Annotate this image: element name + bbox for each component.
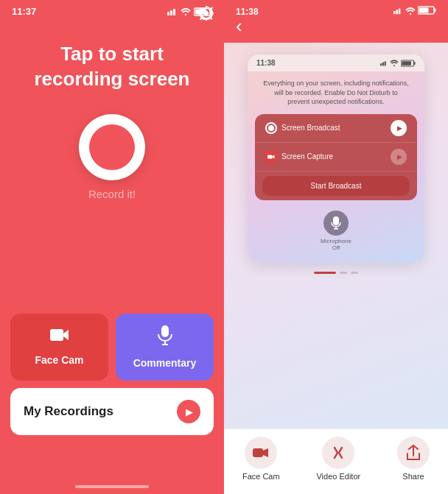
mic-circle[interactable] (323, 211, 349, 236)
right-content-wrap: 11:38 ‹ 11:38 (224, 0, 448, 494)
svg-rect-20 (385, 61, 386, 66)
ios-status-icons (380, 59, 416, 67)
svg-rect-0 (167, 12, 169, 15)
ios-mic-section: Microphone Off (321, 211, 351, 258)
left-screen: 11:37 Tap to start recording screen Reco… (0, 0, 224, 494)
svg-rect-13 (399, 9, 401, 15)
record-button-inner (89, 124, 135, 170)
feature-row: Face Cam Commentary (10, 314, 214, 381)
status-icons-right (393, 6, 436, 17)
dot-inactive-2 (351, 272, 358, 274)
screen-broadcast-row[interactable]: Screen Broadcast ▶ (255, 114, 417, 143)
play-button[interactable]: ▶ (177, 400, 200, 423)
cam-icon (265, 151, 277, 163)
ios-mockup-body: Everything on your screen, including not… (248, 71, 424, 263)
ios-sheet-panel: Screen Broadcast ▶ Screen Capture (255, 114, 417, 200)
record-dot-inner (268, 125, 274, 131)
svg-rect-1 (170, 10, 172, 15)
nav-share[interactable]: Share (397, 437, 430, 481)
commentary-button[interactable]: Commentary (116, 314, 214, 381)
start-broadcast-button[interactable]: Start Broadcast (262, 176, 410, 196)
gear-button[interactable] (199, 6, 214, 24)
dot-active (314, 272, 336, 274)
status-bar-right: 11:38 (224, 0, 448, 20)
hero-text: Tap to start recording screen (0, 42, 224, 92)
record-button[interactable] (79, 114, 145, 180)
ios-sheet-mockup: 11:38 Everything on your screen, includi… (248, 54, 424, 263)
status-bar-left: 11:37 (0, 0, 224, 20)
svg-rect-7 (50, 329, 63, 341)
time-left: 11:37 (12, 6, 36, 17)
svg-rect-25 (267, 155, 273, 158)
svg-point-14 (409, 13, 410, 15)
ios-sheet-message: Everything on your screen, including not… (248, 79, 424, 107)
face-cam-nav-icon (245, 437, 277, 469)
progress-dots (314, 272, 358, 274)
video-editor-nav-label: Video Editor (316, 472, 360, 481)
record-label: Record it! (88, 188, 136, 200)
ios-mockup-status: 11:38 (248, 54, 424, 71)
svg-point-3 (185, 13, 186, 15)
mic-label: Microphone Off (321, 238, 351, 251)
nav-video-editor[interactable]: Video Editor (316, 437, 360, 481)
start-broadcast-label: Start Broadcast (311, 182, 362, 190)
svg-rect-12 (396, 10, 399, 14)
svg-point-21 (393, 65, 395, 66)
screen-broadcast-play[interactable]: ▶ (391, 120, 407, 136)
screen-broadcast-label: Screen Broadcast (281, 124, 340, 132)
record-dot-icon (265, 122, 277, 134)
svg-rect-18 (380, 63, 382, 66)
recordings-row[interactable]: My Recordings ▶ (10, 388, 214, 435)
svg-rect-23 (414, 62, 416, 65)
share-nav-icon (397, 437, 430, 469)
nav-face-cam[interactable]: Face Cam (242, 437, 280, 481)
svg-rect-26 (333, 216, 339, 225)
screen-capture-label: Screen Capture (281, 152, 333, 160)
svg-rect-17 (419, 8, 429, 13)
face-cam-nav-label: Face Cam (242, 472, 280, 481)
face-cam-button[interactable]: Face Cam (10, 314, 108, 381)
svg-rect-11 (393, 11, 396, 14)
screen-capture-row[interactable]: Screen Capture ▶ (255, 143, 417, 172)
svg-rect-16 (435, 9, 436, 13)
svg-rect-2 (173, 9, 175, 15)
svg-rect-8 (161, 325, 169, 337)
bottom-nav: Face Cam Video Editor Share (224, 428, 448, 494)
video-editor-nav-icon (322, 437, 354, 469)
svg-rect-24 (402, 61, 411, 66)
ios-time: 11:38 (256, 59, 276, 67)
face-cam-label: Face Cam (35, 354, 83, 366)
record-button-wrap: Record it! (79, 114, 145, 200)
bottom-buttons: Face Cam Commentary My Recordings ▶ (10, 314, 214, 435)
time-right: 11:38 (236, 7, 259, 17)
home-indicator-left (75, 485, 149, 488)
share-nav-label: Share (402, 472, 424, 481)
dot-inactive (340, 272, 347, 274)
recordings-label: My Recordings (24, 404, 113, 419)
svg-rect-29 (253, 448, 263, 457)
commentary-label: Commentary (133, 357, 197, 369)
screen-capture-play[interactable]: ▶ (391, 149, 407, 165)
face-cam-icon (49, 325, 70, 348)
commentary-icon (157, 325, 173, 351)
right-screen: 11:38 ‹ 11:38 (224, 0, 448, 494)
svg-rect-19 (382, 62, 384, 66)
